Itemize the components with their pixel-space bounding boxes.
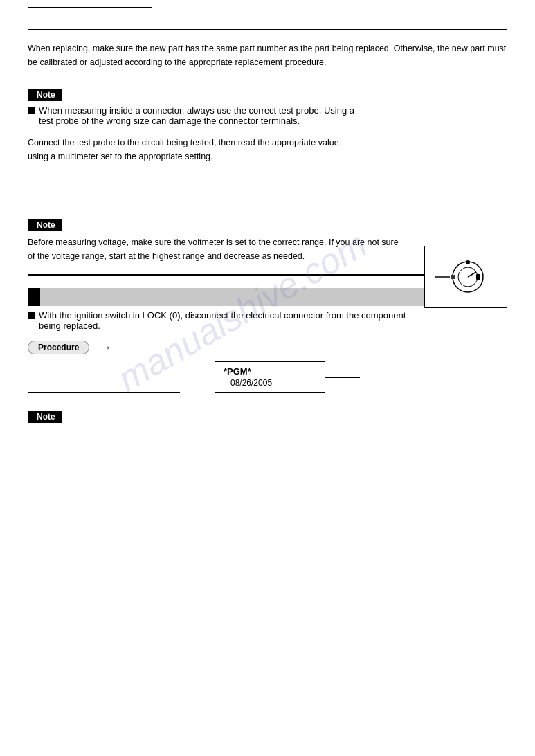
procedure-arrow-area: → bbox=[100, 341, 186, 354]
pgm-right-line bbox=[325, 377, 360, 378]
note-badge-2: Note bbox=[28, 219, 62, 231]
pgm-date: 08/26/2005 bbox=[224, 378, 316, 388]
bullet-square-1 bbox=[28, 107, 35, 114]
pgm-title: *PGM* bbox=[224, 366, 316, 377]
svg-rect-3 bbox=[476, 274, 480, 280]
note-section-3: Note bbox=[28, 404, 507, 427]
note1-bullet: When measuring inside a connector, alway… bbox=[28, 105, 360, 126]
bottom-bullet: With the ignition switch in LOCK (0), di… bbox=[28, 310, 415, 331]
underline-line-1 bbox=[117, 348, 186, 348]
paragraph-with-diagram: Connect the test probe to the circuit be… bbox=[28, 136, 388, 163]
procedure-row: Procedure → bbox=[28, 341, 507, 354]
pgm-box-container: *PGM* 08/26/2005 bbox=[194, 361, 325, 393]
svg-line-4 bbox=[468, 272, 476, 277]
arrow-right-icon: → bbox=[100, 341, 111, 354]
bottom-bullet-text: With the ignition switch in LOCK (0), di… bbox=[39, 310, 415, 331]
gray-header-black-block bbox=[28, 288, 40, 306]
underline-pgm-row: *PGM* 08/26/2005 bbox=[28, 361, 507, 393]
header-line bbox=[28, 29, 507, 30]
procedure-button[interactable]: Procedure bbox=[28, 341, 89, 354]
note-badge-1: Note bbox=[28, 89, 62, 101]
header-box bbox=[28, 7, 152, 26]
diagram-box bbox=[424, 246, 507, 308]
note2-text: Before measuring voltage, make sure the … bbox=[28, 235, 401, 263]
section-text-2: Connect the test probe to the circuit be… bbox=[28, 136, 346, 163]
note-badge-3: Note bbox=[28, 411, 62, 423]
page-container: When replacing, make sure the new part h… bbox=[0, 0, 535, 756]
underline-label bbox=[28, 382, 180, 393]
top-paragraph: When replacing, make sure the new part h… bbox=[28, 42, 507, 69]
pgm-box: *PGM* 08/26/2005 bbox=[215, 361, 325, 393]
note1-text: When measuring inside a connector, alway… bbox=[39, 105, 360, 126]
diagram-svg bbox=[435, 253, 497, 301]
svg-point-5 bbox=[466, 260, 470, 264]
svg-rect-6 bbox=[451, 275, 455, 279]
bullet-square-2 bbox=[28, 312, 35, 319]
